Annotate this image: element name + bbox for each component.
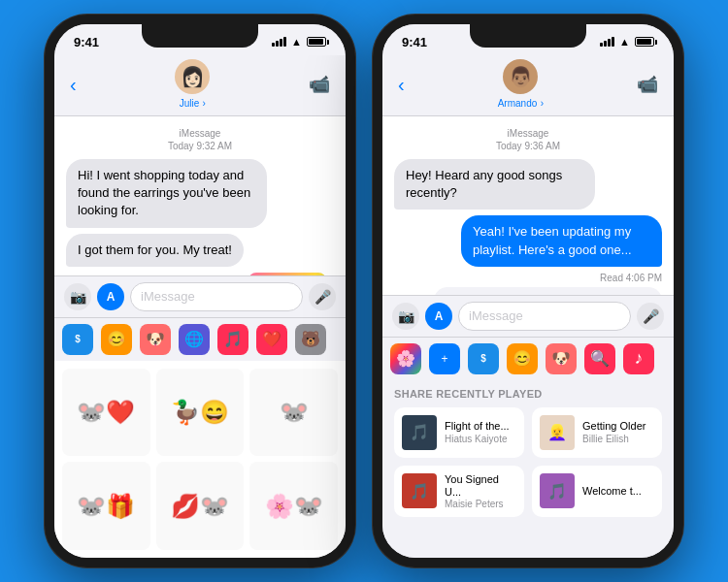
right-phone: 9:41 ▲ ‹ 👨🏽 (373, 15, 683, 567)
recently-title-2: Getting Older (582, 420, 645, 433)
input-bar-right: 📷 A iMessage 🎤 (382, 295, 674, 337)
back-button-right[interactable]: ‹ (398, 74, 405, 96)
apps-button-right[interactable]: A (425, 303, 452, 330)
recently-artist-1: Hiatus Kaiyote (445, 434, 510, 444)
message-bubble-r2: Yeah! I've been updating my playlist. He… (394, 215, 662, 266)
recently-thumb-4: 🎵 (540, 473, 575, 508)
status-icons-left: ▲ (272, 36, 326, 48)
status-icons-right: ▲ (600, 36, 654, 48)
message-bubble-1: Hi! I went shopping today and found the … (66, 159, 334, 228)
recently-item-1[interactable]: 🎵 Flight of the... Hiatus Kaiyote (394, 407, 524, 458)
camera-button-left[interactable]: 📷 (64, 283, 91, 310)
recently-info-1: Flight of the... Hiatus Kaiyote (445, 420, 510, 443)
recently-thumb-3: 🎵 (402, 473, 437, 508)
message-bubble-2: I got them for you. My treat! (66, 234, 334, 267)
recently-info-2: Getting Older Billie Eilish (582, 420, 645, 443)
input-placeholder-right: iMessage (469, 308, 523, 323)
video-call-button-left[interactable]: 📹 (309, 74, 330, 95)
video-call-button-right[interactable]: 📹 (637, 74, 658, 95)
bubble-text-r1: Hey! Heard any good songs recently? (394, 159, 595, 210)
tray-music-right[interactable]: ♪ (623, 343, 654, 374)
sticker-item-6[interactable]: 🌸🐭 (249, 462, 338, 550)
recently-played-grid: 🎵 Flight of the... Hiatus Kaiyote 👱‍♀️ G… (394, 407, 662, 517)
notch-right (470, 24, 586, 48)
recently-title-1: Flight of the... (445, 420, 510, 433)
tray-memoji-left[interactable]: 😊 (101, 324, 132, 355)
recently-artist-3: Maisie Peters (445, 499, 516, 509)
message-bubble-r1: Hey! Heard any good songs recently? (394, 159, 662, 210)
app-tray-left: $ 😊 🐶 🌐 🎵 ❤️ 🐻 (54, 317, 346, 361)
tray-memoji2-left[interactable]: 🐶 (140, 324, 171, 355)
wifi-icon-right: ▲ (619, 36, 630, 48)
sticker-tray-left: 🐭❤️ 🦆😄 🐭 🐭🎁 💋🐭 🌸🐭 (54, 361, 346, 558)
tray-globe-left[interactable]: 🌐 (179, 324, 210, 355)
sticker-item-5[interactable]: 💋🐭 (156, 462, 245, 550)
message-input-left[interactable]: iMessage (130, 282, 303, 311)
recently-item-2[interactable]: 👱‍♀️ Getting Older Billie Eilish (532, 407, 662, 458)
tray-globe-right[interactable]: 🔍 (584, 343, 615, 374)
input-bar-left: 📷 A iMessage 🎤 (54, 275, 346, 317)
imessage-label-right: iMessage (394, 128, 662, 139)
tray-bear-left[interactable]: 🐻 (295, 324, 326, 355)
imessage-label-left: iMessage (66, 128, 334, 139)
sticker-bff: 🐭 BFF (248, 273, 326, 275)
battery-icon-right (635, 37, 654, 47)
recently-item-4[interactable]: 🎵 Welcome t... (532, 466, 662, 517)
wifi-icon: ▲ (291, 36, 302, 48)
camera-button-right[interactable]: 📷 (392, 303, 419, 330)
signal-icon (272, 37, 286, 47)
apps-button-left[interactable]: A (97, 283, 124, 310)
signal-icon-right (600, 37, 614, 47)
nav-bar-right: ‹ 👨🏽 Armando › 📹 (382, 55, 674, 116)
tray-music-left[interactable]: 🎵 (217, 324, 248, 355)
sticker-item-2[interactable]: 🦆😄 (156, 369, 245, 457)
recently-title-4: Welcome t... (582, 485, 642, 498)
tray-heart-left[interactable]: ❤️ (256, 324, 287, 355)
messages-area-right[interactable]: iMessage Today 9:36 AM Hey! Heard any go… (382, 116, 674, 295)
battery-icon (307, 37, 326, 47)
status-time-right: 9:41 (402, 35, 427, 49)
recently-played-label: SHARE RECENTLY PLAYED (394, 388, 662, 400)
status-time-left: 9:41 (74, 35, 99, 49)
recently-title-3: You Signed U... (445, 473, 516, 499)
recently-played-section: SHARE RECENTLY PLAYED 🎵 Flight of the...… (382, 380, 674, 559)
recently-info-4: Welcome t... (582, 485, 642, 498)
recently-thumb-1: 🎵 (402, 415, 437, 450)
imessage-time-right: Today 9:36 AM (394, 141, 662, 151)
bubble-text-1: Hi! I went shopping today and found the … (66, 159, 267, 228)
recently-thumb-2: 👱‍♀️ (540, 415, 575, 450)
nav-center-left: 👩🏻 Julie › (175, 59, 210, 110)
contact-name-right[interactable]: Armando › (498, 96, 544, 110)
tray-apps-right[interactable]: + (429, 343, 460, 374)
input-placeholder-left: iMessage (141, 289, 195, 304)
contact-name-left[interactable]: Julie › (180, 96, 206, 110)
recently-item-3[interactable]: 🎵 You Signed U... Maisie Peters (394, 466, 524, 517)
tray-memoji-right[interactable]: 😊 (507, 343, 538, 374)
avatar-right: 👨🏽 (503, 59, 538, 94)
imessage-time-left: Today 9:32 AM (66, 141, 334, 151)
audio-button-left[interactable]: 🎤 (309, 283, 336, 310)
sticker-item-3[interactable]: 🐭 (249, 369, 338, 457)
messages-area-left[interactable]: iMessage Today 9:32 AM Hi! I went shoppi… (54, 116, 346, 275)
tray-memoji2-right[interactable]: 🐶 (546, 343, 577, 374)
tray-photos-right[interactable]: 🌸 (390, 343, 421, 374)
audio-button-right[interactable]: 🎤 (637, 303, 664, 330)
tray-cash-right[interactable]: $ (468, 343, 499, 374)
left-phone: 9:41 ▲ ‹ 👩🏻 (45, 15, 355, 567)
read-label-right: Read 4:06 PM (394, 273, 662, 283)
app-tray-right: 🌸 + $ 😊 🐶 🔍 ♪ (382, 337, 674, 380)
bubble-text-2: I got them for you. My treat! (66, 234, 244, 267)
nav-bar-left: ‹ 👩🏻 Julie › 📹 (54, 55, 346, 116)
message-input-right[interactable]: iMessage (458, 302, 631, 331)
sticker-item-4[interactable]: 🐭🎁 (62, 462, 150, 550)
sticker-item-1[interactable]: 🐭❤️ (62, 369, 150, 457)
music-card[interactable]: 🎵 Welcome to the Madhouse Tones And I 🎵 … (434, 287, 662, 295)
tray-cash-left[interactable]: $ (62, 324, 93, 355)
recently-artist-2: Billie Eilish (582, 434, 645, 444)
bubble-text-r2: Yeah! I've been updating my playlist. He… (461, 215, 662, 266)
back-button-left[interactable]: ‹ (70, 74, 77, 96)
avatar-left: 👩🏻 (175, 59, 210, 94)
nav-center-right: 👨🏽 Armando › (498, 59, 544, 110)
recently-info-3: You Signed U... Maisie Peters (445, 473, 516, 509)
notch (142, 24, 258, 48)
